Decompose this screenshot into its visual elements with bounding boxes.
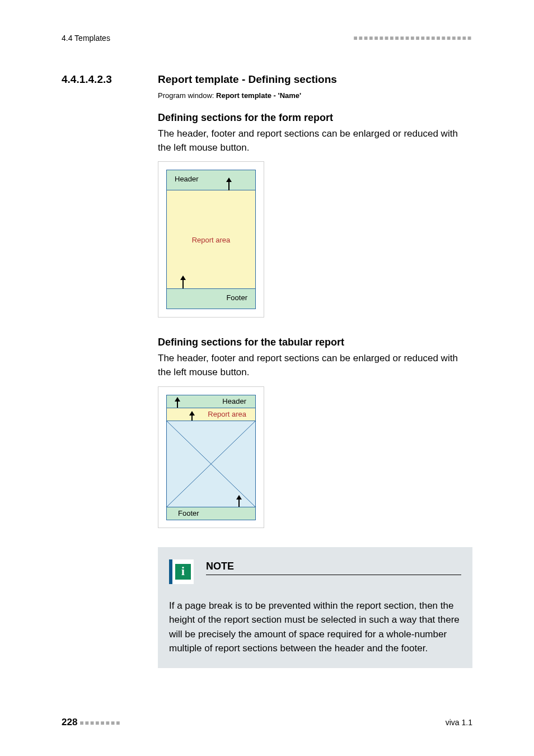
page-number: 228 [62,717,77,727]
section-header-row: 4.4.1.4.2.3 Report template - Defining s… [62,73,472,668]
note-title: NOTE [206,561,461,575]
form-header-label: Header [175,175,199,183]
tab-diagram-footer: Footer [166,507,256,520]
section-title: Report template - Defining sections [158,73,472,86]
section-number-col: 4.4.1.4.2.3 [62,73,135,86]
tabular-report-desc: The header, footer and report sections c… [158,352,472,379]
tab-area-label: Report area [208,410,246,418]
form-footer-label: Footer [226,293,247,302]
note-box: i NOTE If a page break is to be prevente… [158,547,472,668]
note-icon: i [169,559,194,584]
tabular-report-heading: Defining sections for the tabular report [158,337,472,348]
form-area-label: Report area [192,235,231,244]
program-window-value: Report template - 'Name' [216,91,301,100]
form-diagram-footer: Footer [167,288,255,309]
form-report-desc: The header, footer and report sections c… [158,127,472,155]
note-body: If a page break is to be prevented withi… [169,599,461,656]
page-footer-left: 228 ■■■■■■■■ [62,717,121,728]
header-dots-icon: ■■■■■■■■■■■■■■■■■■■■■■■ [353,34,472,42]
tab-header-label: Header [222,397,246,405]
page: 4.4 Templates ■■■■■■■■■■■■■■■■■■■■■■■ 4.… [0,0,534,756]
tab-footer-label: Footer [178,509,199,517]
form-report-heading: Defining sections for the form report [158,112,472,124]
program-window-line: Program window: Report template - 'Name' [158,91,472,100]
content-column: Report template - Defining sections Prog… [135,73,472,668]
tab-diagram-header: Header [166,395,256,408]
info-icon: i [175,564,191,580]
footer-dots-icon: ■■■■■■■■ [79,719,121,727]
tabular-report-diagram: Header Report area [158,386,264,528]
form-report-diagram: Header Report area Footer [158,161,264,318]
program-window-label: Program window: [158,91,216,100]
running-header-left: 4.4 Templates [62,34,110,43]
section-number: 4.4.1.4.2.3 [62,73,135,86]
page-footer: 228 ■■■■■■■■ viva 1.1 [62,717,472,728]
crossed-box-icon [167,421,255,507]
page-footer-right: viva 1.1 [446,718,472,727]
tab-diagram-report-area: Report area [166,408,256,421]
form-diagram-report-area: Report area [167,190,255,288]
tab-diagram-body [166,421,256,507]
running-header: 4.4 Templates ■■■■■■■■■■■■■■■■■■■■■■■ [62,34,472,43]
form-diagram-header: Header [167,170,255,190]
